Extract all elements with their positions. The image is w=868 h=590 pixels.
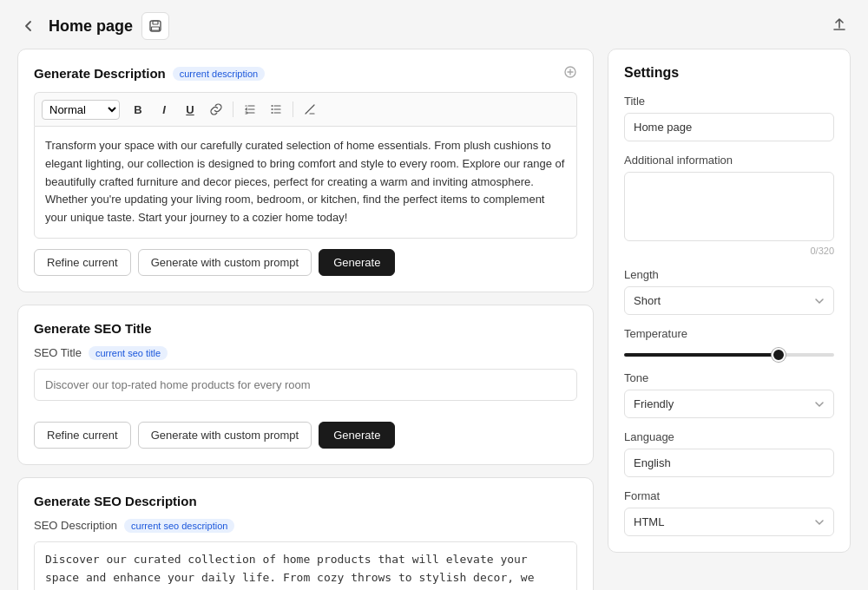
- clear-format-button[interactable]: [299, 98, 321, 121]
- save-button[interactable]: [141, 12, 169, 40]
- language-label: Language: [624, 430, 834, 443]
- bold-button[interactable]: B: [127, 98, 149, 121]
- settings-panel: Settings Title Additional information 0/…: [608, 49, 851, 590]
- main-content: Generate Description current description…: [0, 49, 868, 590]
- temperature-label: Temperature: [624, 327, 834, 340]
- description-card-title: Generate Description: [34, 66, 166, 81]
- temperature-slider[interactable]: [624, 353, 834, 357]
- top-bar-left: Home page: [17, 12, 169, 40]
- toolbar-divider-1: [233, 102, 233, 117]
- language-input[interactable]: [624, 449, 834, 477]
- additional-info-textarea[interactable]: [624, 172, 834, 241]
- svg-point-4: [272, 105, 273, 107]
- seo-title-input[interactable]: [34, 369, 577, 401]
- title-field-label: Title: [624, 95, 834, 108]
- seo-title-generate-button[interactable]: Generate: [319, 422, 395, 449]
- format-select[interactable]: Normal Heading 1 Heading 2: [42, 100, 120, 120]
- seo-description-card: Generate SEO Description SEO Description…: [17, 477, 594, 590]
- settings-title: Settings: [624, 65, 834, 81]
- length-label: Length: [624, 268, 834, 281]
- description-button-row: Refine current Generate with custom prom…: [34, 249, 577, 276]
- length-select[interactable]: Short Medium Long: [624, 286, 834, 315]
- seo-title-badge: current seo title: [89, 346, 168, 360]
- description-refine-button[interactable]: Refine current: [34, 249, 131, 276]
- seo-title-card-title: Generate SEO Title: [34, 321, 152, 336]
- format-label: Format: [624, 489, 834, 502]
- top-bar: Home page: [0, 0, 868, 49]
- seo-title-refine-button[interactable]: Refine current: [34, 422, 131, 449]
- seo-description-badge: current seo description: [124, 519, 234, 533]
- page-title: Home page: [49, 17, 133, 36]
- seo-title-card: Generate SEO Title SEO Title current seo…: [17, 305, 594, 465]
- char-count: 0/320: [624, 246, 834, 256]
- additional-info-label: Additional information: [624, 154, 834, 167]
- seo-description-label-row: SEO Description current seo description: [34, 519, 577, 533]
- seo-description-card-header: Generate SEO Description: [34, 494, 577, 508]
- tone-select[interactable]: Friendly Professional Casual Formal: [624, 390, 834, 418]
- svg-point-6: [272, 112, 273, 114]
- underline-button[interactable]: U: [179, 98, 201, 121]
- title-input[interactable]: [624, 113, 834, 141]
- magic-icon-button[interactable]: [563, 65, 577, 82]
- tone-label: Tone: [624, 371, 834, 384]
- toolbar-divider-2: [293, 102, 293, 117]
- ordered-list-button[interactable]: [239, 98, 261, 121]
- seo-description-textarea[interactable]: Discover our curated collection of home …: [34, 541, 577, 590]
- seo-description-label: SEO Description: [34, 519, 117, 532]
- italic-button[interactable]: I: [153, 98, 175, 121]
- settings-card: Settings Title Additional information 0/…: [608, 49, 851, 553]
- description-card-header: Generate Description current description: [34, 65, 577, 82]
- svg-point-5: [272, 108, 273, 110]
- description-toolbar: Normal Heading 1 Heading 2 B I U: [34, 92, 577, 126]
- temperature-slider-container: [624, 345, 834, 359]
- seo-description-card-title: Generate SEO Description: [34, 494, 197, 508]
- description-editor[interactable]: Transform your space with our carefully …: [34, 126, 577, 239]
- description-custom-button[interactable]: Generate with custom prompt: [138, 249, 312, 276]
- seo-title-label-row: SEO Title current seo title: [34, 346, 577, 360]
- description-card: Generate Description current description…: [17, 49, 594, 292]
- description-generate-button[interactable]: Generate: [319, 249, 395, 276]
- format-select-settings[interactable]: HTML Plain text Markdown: [624, 508, 834, 536]
- seo-title-card-header: Generate SEO Title: [34, 321, 577, 336]
- unordered-list-button[interactable]: [265, 98, 287, 121]
- left-column: Generate Description current description…: [17, 49, 594, 590]
- seo-title-label: SEO Title: [34, 346, 82, 359]
- description-badge: current description: [173, 67, 266, 81]
- svg-rect-2: [152, 27, 160, 30]
- back-button[interactable]: [17, 16, 40, 36]
- share-button[interactable]: [828, 14, 851, 39]
- link-button[interactable]: [205, 98, 227, 121]
- seo-title-custom-button[interactable]: Generate with custom prompt: [138, 422, 312, 449]
- seo-title-button-row: Refine current Generate with custom prom…: [34, 422, 577, 449]
